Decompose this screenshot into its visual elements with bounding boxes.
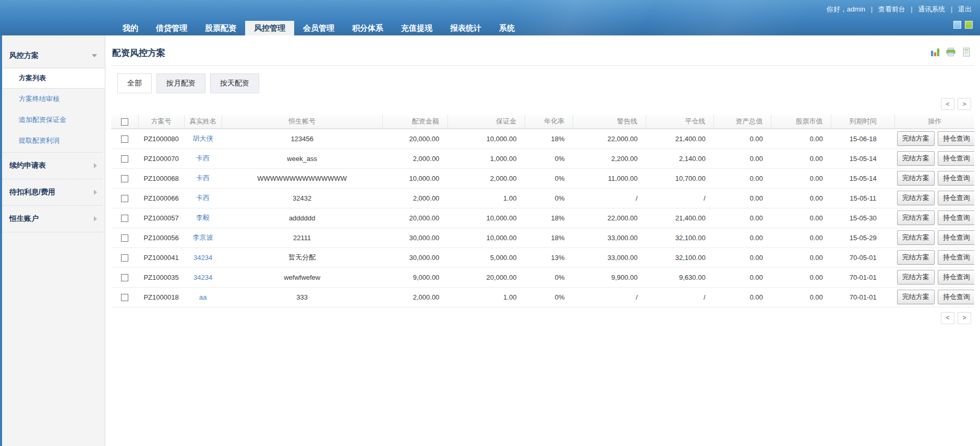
row-checkbox[interactable]: [121, 294, 128, 301]
finish-plan-button[interactable]: 完结方案: [897, 250, 935, 265]
row-checkbox[interactable]: [121, 155, 128, 163]
cell-assets: 0.00: [714, 148, 771, 168]
row-checkbox[interactable]: [121, 175, 128, 182]
position-query-button[interactable]: 持仓查询: [938, 270, 974, 284]
finish-plan-button[interactable]: 完结方案: [897, 151, 935, 166]
sidebar-group-hengsheng-account[interactable]: 恒生账户: [0, 207, 105, 231]
position-query-button[interactable]: 持仓查询: [938, 191, 974, 205]
blue-square-icon[interactable]: [953, 21, 961, 29]
cell-account: adddddd: [222, 208, 382, 228]
real-name-link[interactable]: 李京波: [193, 233, 213, 241]
cell-market_value: 0.00: [771, 287, 831, 307]
tab-daily-allocation[interactable]: 按天配资: [210, 73, 259, 93]
nav-tab-member-mgmt[interactable]: 会员管理: [294, 21, 343, 35]
finish-plan-button[interactable]: 完结方案: [897, 230, 935, 245]
cell-rate: 0%: [525, 188, 573, 208]
cell-name: aa: [184, 287, 222, 307]
green-square-icon[interactable]: [965, 21, 973, 29]
nav-tab-points-system[interactable]: 积分体系: [343, 21, 392, 35]
sidebar-item-plan-list[interactable]: 方案列表: [3, 68, 105, 89]
cell-close_line: 21,400.00: [646, 208, 714, 228]
real-name-link[interactable]: 李毅: [196, 214, 210, 221]
cell-expire: 70-01-01: [831, 287, 895, 307]
finish-plan-button[interactable]: 完结方案: [897, 290, 935, 304]
finish-plan-button[interactable]: 完结方案: [897, 270, 935, 284]
row-checkbox[interactable]: [121, 215, 128, 222]
prev-page-button-bottom[interactable]: <: [941, 312, 954, 324]
cell-amount: 9,000.00: [382, 267, 447, 287]
cell-warn_line: 9,900.00: [573, 267, 646, 287]
nav-tab-stock-allocation[interactable]: 股票配资: [196, 21, 245, 35]
cell-assets: 0.00: [714, 168, 771, 188]
sidebar-item-add-allocation-margin[interactable]: 追加配资保证金: [0, 109, 105, 130]
real-name-link[interactable]: aa: [199, 293, 207, 301]
cell-expire: 15-05-11: [831, 188, 895, 208]
prev-page-button-top[interactable]: <: [941, 98, 954, 110]
next-page-button-bottom[interactable]: >: [958, 312, 971, 324]
finish-plan-button[interactable]: 完结方案: [897, 210, 935, 225]
position-query-button[interactable]: 持仓查询: [938, 210, 974, 225]
position-query-button[interactable]: 持仓查询: [938, 250, 974, 265]
cell-account: week_ass: [222, 148, 382, 168]
real-name-link[interactable]: 卡西: [196, 154, 210, 162]
finish-plan-button[interactable]: 完结方案: [897, 131, 935, 146]
position-query-button[interactable]: 持仓查询: [938, 290, 974, 304]
row-checkbox-cell: [111, 168, 138, 188]
position-query-button[interactable]: 持仓查询: [938, 131, 974, 146]
row-checkbox[interactable]: [121, 234, 128, 242]
row-checkbox[interactable]: [121, 195, 128, 202]
row-checkbox[interactable]: [121, 274, 128, 281]
topbar: 你好，admin | 查看前台 | 通讯系统 | 退出 我的借贷管理股票配资风控…: [0, 0, 980, 35]
position-query-button[interactable]: 持仓查询: [938, 151, 974, 166]
finish-plan-button[interactable]: 完结方案: [897, 171, 935, 185]
cell-name: 卡西: [184, 188, 222, 208]
row-checkbox[interactable]: [121, 254, 128, 262]
sidebar-group-risk-plan[interactable]: 风控方案: [0, 44, 105, 68]
cell-account: 22111: [222, 228, 382, 247]
real-name-link[interactable]: 34234: [193, 254, 212, 262]
chevron-right-icon: [94, 216, 97, 221]
page-title: 配资风控方案: [112, 47, 165, 59]
nav-tab-report-stats[interactable]: 报表统计: [441, 21, 490, 35]
nav-tab-risk-mgmt[interactable]: 风控管理: [245, 21, 294, 35]
sidebar-item-plan-end-review[interactable]: 方案终结审核: [0, 89, 105, 109]
cell-account: WWWWWWWWWWWWWW: [222, 168, 382, 188]
real-name-link[interactable]: 卡西: [196, 194, 210, 202]
sidebar-group-label: 续约申请表: [9, 161, 46, 169]
sidebar-item-withdraw-allocation-profit[interactable]: 提取配资利润: [0, 130, 105, 151]
nav-tab-recharge-withdraw[interactable]: 充值提现: [392, 21, 441, 35]
sidebar-group-renewal-application[interactable]: 续约申请表: [0, 154, 105, 178]
real-name-link[interactable]: 卡西: [196, 174, 210, 182]
cell-ops: 完结方案持仓查询: [895, 188, 974, 208]
table-row: PZ100003534234wefwfwefew9,000.0020,000.0…: [111, 267, 974, 287]
row-checkbox[interactable]: [121, 135, 128, 143]
logout-link[interactable]: 退出: [958, 5, 972, 13]
plans-table-head: 方案号真实姓名恒生帐号配资金额保证金年化率警告线平仓线资产总值股票市值到期时间操…: [111, 115, 974, 129]
chart-toolbar-button[interactable]: [930, 47, 940, 57]
nav-tab-my[interactable]: 我的: [114, 21, 147, 35]
tab-all[interactable]: 全部: [117, 73, 152, 93]
print-toolbar-button[interactable]: [946, 47, 955, 57]
nav-tab-system[interactable]: 系统: [490, 21, 524, 35]
export-toolbar-button[interactable]: [962, 47, 971, 57]
cell-deposit: 10,000.00: [447, 208, 525, 228]
nav-tab-loan-mgmt[interactable]: 借贷管理: [147, 21, 196, 35]
cell-plan: PZ1000080: [138, 129, 184, 148]
cell-rate: 0%: [525, 287, 573, 307]
next-page-button-top[interactable]: >: [958, 98, 971, 110]
cell-plan: PZ1000070: [138, 148, 184, 168]
position-query-button[interactable]: 持仓查询: [938, 230, 974, 245]
messaging-system-link[interactable]: 通讯系统: [918, 5, 945, 13]
sidebar-group-pending-interest-fee[interactable]: 待扣利息/费用: [0, 180, 105, 204]
cell-assets: 0.00: [714, 287, 771, 307]
real-name-link[interactable]: 胡大侠: [193, 134, 213, 142]
tab-monthly-allocation[interactable]: 按月配资: [156, 73, 205, 93]
real-name-link[interactable]: 34234: [193, 274, 212, 281]
select-all-checkbox[interactable]: [121, 118, 128, 126]
cell-market_value: 0.00: [771, 228, 831, 247]
position-query-button[interactable]: 持仓查询: [938, 171, 974, 185]
view-frontend-link[interactable]: 查看前台: [878, 5, 905, 13]
toolbar: [930, 47, 971, 57]
finish-plan-button[interactable]: 完结方案: [897, 191, 935, 205]
cell-expire: 70-05-01: [831, 247, 895, 267]
